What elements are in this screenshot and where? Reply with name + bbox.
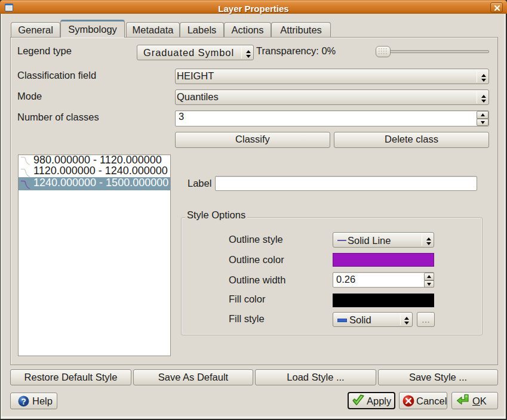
svg-text:?: ? [21, 397, 26, 406]
